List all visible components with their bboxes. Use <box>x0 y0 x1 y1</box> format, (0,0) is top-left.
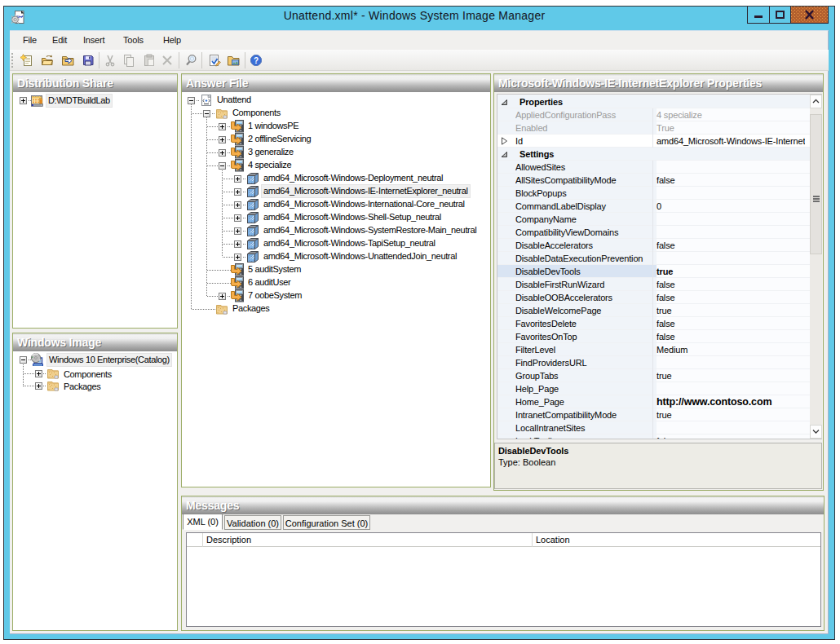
svg-text:?: ? <box>254 56 259 65</box>
